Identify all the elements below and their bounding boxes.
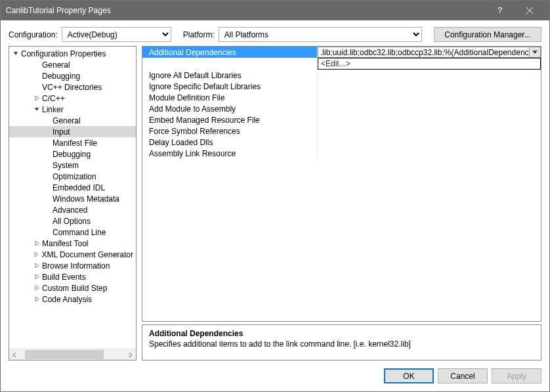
property-row[interactable]: Assembly Link Resource: [142, 148, 541, 159]
tree-label: XML Document Generator: [40, 250, 133, 259]
window-title: CanlibTutorial Property Pages: [6, 6, 485, 15]
property-value[interactable]: [318, 103, 541, 114]
property-row[interactable]: Ignore Specific Default Libraries: [142, 81, 541, 92]
tree-item[interactable]: Custom Build Step: [9, 282, 136, 294]
collapse-icon[interactable]: [12, 51, 20, 56]
navigation-tree: Configuration PropertiesGeneralDebugging…: [9, 46, 137, 360]
tree-item[interactable]: All Options: [9, 215, 136, 227]
tree-item[interactable]: C/C++: [9, 93, 136, 104]
property-row[interactable]: Delay Loaded Dlls: [142, 137, 541, 148]
collapse-icon[interactable]: [33, 106, 41, 112]
property-value[interactable]: [318, 92, 541, 103]
tree-label: C/C++: [41, 94, 65, 103]
property-name: Ignore Specific Default Libraries: [142, 81, 318, 92]
property-row[interactable]: Add Module to Assembly: [142, 103, 541, 114]
expand-icon[interactable]: [33, 251, 40, 257]
tree-item[interactable]: Browse Information: [9, 260, 136, 271]
tree-item[interactable]: Input: [9, 126, 136, 137]
tree-label: Input: [51, 127, 70, 137]
tree-item[interactable]: Linker: [9, 104, 136, 115]
tree-label: General: [41, 60, 70, 70]
expand-icon[interactable]: [33, 263, 41, 269]
expand-icon[interactable]: [33, 285, 41, 291]
tree-item[interactable]: Debugging: [9, 148, 136, 160]
description-panel: Additional Dependencies Specifies additi…: [142, 324, 541, 360]
property-value[interactable]: [318, 148, 541, 159]
property-row[interactable]: Ignore All Default Libraries: [142, 70, 541, 81]
property-name: Additional Dependencies: [142, 47, 318, 58]
tree-label: Custom Build Step: [41, 284, 107, 293]
expand-icon[interactable]: [33, 296, 41, 302]
ok-button[interactable]: OK: [384, 368, 434, 383]
tree-label: All Options: [51, 217, 91, 226]
tree-item[interactable]: General: [9, 59, 136, 70]
property-name: Ignore All Default Libraries: [142, 70, 318, 81]
tree-item[interactable]: Manifest File: [9, 137, 136, 148]
tree-item[interactable]: Command Line: [9, 227, 136, 238]
scroll-right-button[interactable]: [125, 349, 136, 360]
tree-item[interactable]: Embedded IDL: [9, 182, 136, 193]
configuration-select[interactable]: Active(Debug): [62, 27, 171, 42]
tree-label: General: [51, 116, 81, 125]
scroll-thumb[interactable]: [25, 350, 104, 359]
description-text: Specifies additional items to add to the…: [149, 339, 534, 349]
tree-item[interactable]: Manifest Tool: [9, 238, 136, 249]
tree-label: Debugging: [41, 72, 80, 81]
description-heading: Additional Dependencies: [149, 329, 534, 338]
scroll-left-button[interactable]: [9, 349, 20, 360]
tree-label: Command Line: [51, 228, 106, 237]
tree-label: Build Events: [41, 272, 86, 282]
tree-item[interactable]: System: [9, 160, 136, 171]
property-grid: Additional Dependencies.lib;uuid.lib;odb…: [142, 46, 541, 322]
configuration-label: Configuration:: [9, 30, 58, 39]
tree-item[interactable]: VC++ Directories: [9, 81, 136, 93]
configuration-manager-button[interactable]: Configuration Manager...: [434, 27, 541, 42]
property-name: Force Symbol References: [142, 125, 318, 137]
property-value[interactable]: [318, 137, 541, 148]
property-name: Assembly Link Resource: [142, 148, 318, 159]
tree-item[interactable]: Debugging: [9, 70, 136, 81]
expand-icon[interactable]: [33, 274, 41, 280]
dialog-window: CanlibTutorial Property Pages ? Configur…: [0, 0, 550, 392]
property-name: Embed Managed Resource File: [142, 114, 318, 125]
tree-label: Browse Information: [41, 261, 110, 271]
tree-label: Windows Metadata: [51, 194, 119, 204]
close-button[interactable]: [515, 1, 544, 20]
property-value[interactable]: [318, 81, 541, 92]
property-row[interactable]: Additional Dependencies.lib;uuid.lib;odb…: [142, 47, 541, 58]
tree-item[interactable]: Advanced: [9, 204, 136, 215]
tree-item[interactable]: XML Document Generator: [9, 249, 136, 260]
tree-label: Manifest Tool: [41, 239, 88, 248]
tree-label: Configuration Properties: [20, 49, 106, 58]
edit-dropdown-popup[interactable]: <Edit...>: [318, 58, 541, 70]
property-value[interactable]: [318, 114, 541, 125]
tree-item[interactable]: Build Events: [9, 271, 136, 282]
tree-root[interactable]: Configuration Properties: [9, 48, 136, 59]
tree-label: Embedded IDL: [51, 183, 105, 192]
help-button[interactable]: ?: [485, 1, 515, 20]
tree-item[interactable]: General: [9, 115, 136, 126]
dropdown-button[interactable]: [529, 47, 540, 57]
tree-item[interactable]: Optimization: [9, 171, 136, 182]
tree-item[interactable]: Windows Metadata: [9, 193, 136, 204]
property-name: Add Module to Assembly: [142, 103, 318, 114]
tree-item[interactable]: Code Analysis: [9, 294, 136, 305]
tree-label: Code Analysis: [41, 295, 92, 304]
tree-horizontal-scrollbar[interactable]: [9, 349, 136, 360]
expand-icon[interactable]: [33, 95, 41, 101]
property-row[interactable]: Module Definition File: [142, 92, 541, 103]
property-value[interactable]: .lib;uuid.lib;odbc32.lib;odbccp32.lib;%(…: [318, 47, 541, 58]
platform-label: Platform:: [183, 30, 215, 39]
property-value[interactable]: [318, 70, 541, 81]
tree-label: Manifest File: [51, 139, 97, 148]
cancel-button[interactable]: Cancel: [438, 368, 488, 383]
tree-label: Advanced: [51, 206, 87, 215]
platform-select[interactable]: All Platforms: [219, 27, 422, 42]
property-row[interactable]: Force Symbol References: [142, 125, 541, 137]
expand-icon[interactable]: [33, 240, 41, 246]
property-value[interactable]: [318, 125, 541, 137]
property-row[interactable]: Embed Managed Resource File: [142, 114, 541, 125]
title-bar[interactable]: CanlibTutorial Property Pages ?: [1, 1, 549, 20]
config-toolbar: Configuration: Active(Debug) Platform: A…: [1, 20, 549, 46]
tree-label: System: [51, 161, 79, 170]
